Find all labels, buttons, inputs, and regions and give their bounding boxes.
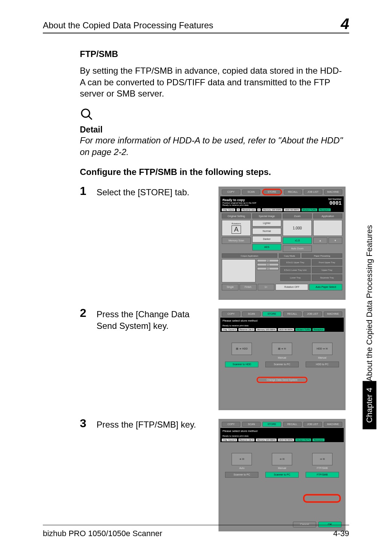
chip-modem: Modem Rx/Tx: [295, 438, 311, 441]
copy-mode-21[interactable]: 2>1: [257, 267, 279, 270]
svg-line-1: [89, 116, 92, 120]
chip-reception: Reception: [319, 208, 331, 211]
meth-label: Manual: [318, 356, 326, 360]
step-1: 1 Select the [STORE] tab. COPY SCAN STOR…: [80, 187, 346, 300]
footer-right: 4-39: [333, 529, 349, 538]
store-sub: Ready to receive print data: [222, 325, 249, 327]
tab-scan[interactable]: SCAN: [242, 189, 261, 195]
scanner-to-hdd-button[interactable]: Scanner to HDD: [225, 362, 258, 367]
ready-title: Ready to copy: [222, 198, 256, 202]
tab-recall[interactable]: RECALL: [283, 422, 302, 427]
tray-2[interactable]: Front Upper Tray: [312, 259, 342, 266]
side-tab-label: About the Copied Data Processing Feature…: [365, 225, 374, 381]
page-header: About the Copied Data Processing Feature…: [43, 15, 349, 33]
down-button[interactable]: ▼: [328, 237, 343, 244]
meth-label: FTP/SMB: [317, 467, 328, 470]
page-footer: bizhub PRO 1050/1050e Scanner 4-39: [43, 525, 349, 538]
header-title: About the Copied Data Processing Feature…: [43, 20, 213, 30]
copy-mode-head: Copy Mode: [279, 253, 301, 258]
col-special: Special Image: [252, 213, 281, 219]
scanner-to-pc-button[interactable]: Scanner to PC: [265, 362, 299, 367]
step-number: 3: [80, 417, 97, 429]
finish-button[interactable]: Finish: [240, 284, 256, 290]
store-message: Please select store method: [220, 428, 344, 434]
col-application: Application: [313, 213, 342, 219]
rotation-off-button[interactable]: Rotation OFF: [275, 284, 309, 290]
hdd-icon: ▤ ➔ HDD: [232, 343, 252, 355]
single-button[interactable]: Single: [222, 284, 238, 290]
tray-4[interactable]: Upper Tray: [312, 267, 342, 273]
auto-zoom-button[interactable]: Auto Zoom: [283, 245, 312, 252]
chip-memory: Memory 100.000%: [256, 438, 276, 441]
chip-hdd: HDD 99.990%: [284, 208, 300, 211]
tab-machine[interactable]: MACHINE: [324, 189, 343, 195]
auto-pc-button[interactable]: Scanner to PC: [225, 472, 258, 478]
ftp-smb-button[interactable]: FTP/SMB: [306, 472, 339, 478]
chip-reserve: Reserve Job 0: [238, 328, 255, 331]
chip-reception: Reception: [313, 328, 324, 331]
step-text: Press the [FTP/SMB] key.: [97, 419, 205, 531]
tab-store-highlighted[interactable]: STORE: [262, 189, 282, 195]
tab-joblist[interactable]: JOB LIST: [303, 422, 322, 427]
detail-heading: Detail: [80, 125, 346, 135]
tray-1[interactable]: 8.5x11 Upper Tray: [280, 259, 311, 266]
tab-machine[interactable]: MACHINE: [324, 311, 342, 317]
chip-orig: Orig. Count 0: [222, 328, 237, 331]
tab-copy[interactable]: COPY: [222, 422, 240, 427]
chip-reserve: Reserve Job 0: [238, 438, 255, 441]
x1-button[interactable]: x1.0: [283, 237, 312, 244]
tab-store[interactable]: STORE: [262, 422, 281, 427]
tab-joblist[interactable]: JOB LIST: [303, 311, 322, 317]
footer-left: bizhub PRO 1050/1050e Scanner: [43, 529, 162, 538]
change-data-send-button[interactable]: Change Data Send System: [257, 377, 307, 383]
auto-paper-button[interactable]: Auto Paper Select: [309, 284, 342, 290]
tab-scan[interactable]: SCAN: [242, 311, 261, 317]
set-number-label: Set Number: [324, 198, 342, 200]
screenshot-ftp-smb: COPY SCAN STORE RECALL JOB LIST MACHINE …: [219, 419, 346, 531]
chip-reserve-val: 0: [257, 208, 261, 211]
col-original: Original Setting: [222, 213, 251, 219]
chip-orig-count: Orig. Count: [222, 208, 235, 211]
tray-3[interactable]: 8.5x11 Lower Tray Unit: [280, 267, 311, 273]
normal-button[interactable]: Normal: [252, 228, 281, 234]
manual-pc-button[interactable]: Scanner to PC: [265, 472, 299, 478]
tab-machine[interactable]: MACHINE: [324, 422, 342, 427]
copy-mode-11[interactable]: 1>1: [257, 263, 279, 266]
aes-button[interactable]: AES: [252, 244, 281, 250]
chip-orig: Orig. Count 0: [222, 438, 237, 441]
section-heading: FTP/SMB: [80, 49, 346, 59]
tab-store[interactable]: STORE: [262, 311, 281, 317]
oneplus-button[interactable]: 1>: [258, 284, 274, 290]
step-text: Press the [Change Data Send System] key.: [97, 309, 205, 410]
store-message: Please select store method: [220, 318, 344, 324]
set-number: 0001: [324, 200, 342, 206]
tray-5[interactable]: Lower Tray: [280, 274, 311, 281]
step-number: 1: [80, 185, 97, 197]
tab-scan[interactable]: SCAN: [242, 422, 261, 427]
store-sub: Ready to receive print data: [222, 435, 249, 437]
rotation-value: A: [232, 225, 241, 234]
chip-modem: Modem Tx/Rx: [295, 328, 311, 331]
darker-button[interactable]: Darker: [252, 236, 281, 242]
tab-copy[interactable]: COPY: [222, 311, 240, 317]
meth-label: Manual: [278, 467, 286, 470]
up-button[interactable]: ▲: [313, 237, 327, 244]
tab-recall[interactable]: RECALL: [284, 189, 302, 195]
chip-hdd: HDD 99.990%: [278, 438, 294, 441]
tab-recall[interactable]: RECALL: [283, 311, 302, 317]
meth-label: Auto: [239, 467, 244, 470]
meth-label: Manual: [278, 356, 286, 360]
chip-reserve: Reserve Job: [241, 208, 256, 211]
step-3: 3 Press the [FTP/SMB] key. COPY SCAN STO…: [80, 419, 346, 531]
copy-mode-22[interactable]: 2>2: [257, 259, 279, 262]
tray-6[interactable]: Separate Tray: [312, 274, 342, 281]
memory-scan-button[interactable]: Memory Scan: [222, 237, 251, 244]
hdd-to-pc-button[interactable]: HDD to PC: [306, 362, 339, 367]
tab-joblist[interactable]: JOB LIST: [304, 189, 322, 195]
hdd-pc-icon: HDD ➔ ✉: [312, 343, 332, 355]
lighter-button[interactable]: Lighter: [252, 220, 281, 227]
side-tab: About the Copied Data Processing Feature…: [362, 221, 377, 461]
pc-icon: ➔ ✉: [272, 453, 292, 465]
tab-copy[interactable]: COPY: [222, 189, 240, 195]
screenshot-change-send: COPY SCAN STORE RECALL JOB LIST MACHINE …: [219, 309, 346, 410]
